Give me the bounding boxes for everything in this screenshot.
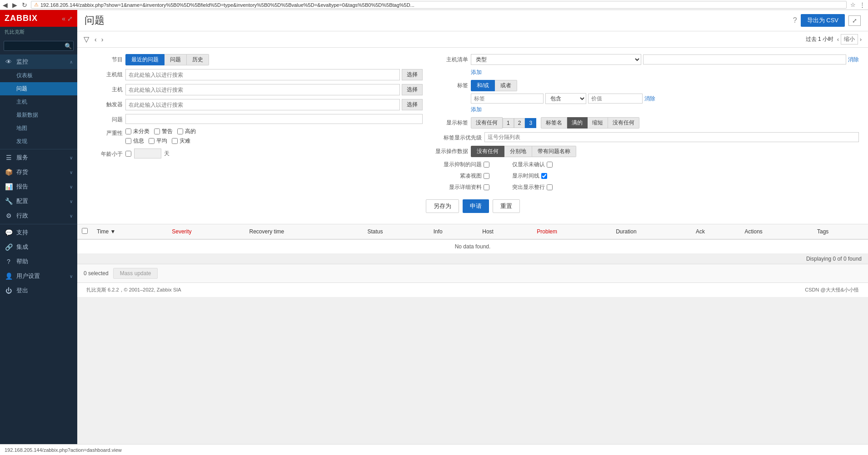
- sidebar-item-admin[interactable]: ⚙ 行政 ∨: [0, 208, 77, 223]
- highlight-checkbox[interactable]: [547, 184, 553, 190]
- sidebar-item-problems[interactable]: 问题: [0, 82, 77, 95]
- prev-page-button[interactable]: ‹: [93, 35, 99, 44]
- sidebar-item-inventory[interactable]: 📦 存货 ∨: [0, 165, 77, 179]
- severity-warning-cb[interactable]: [154, 129, 160, 134]
- sidebar-item-monitor[interactable]: 👁 监控 ∧: [0, 54, 77, 69]
- severity-unclassified-cb[interactable]: [125, 129, 131, 134]
- host-select-button[interactable]: 选择: [402, 84, 423, 95]
- menu-icon[interactable]: ⋮: [859, 1, 865, 8]
- expand-window-btn[interactable]: ⤢: [67, 15, 73, 22]
- sidebar-item-support[interactable]: 💬 支持: [0, 225, 77, 240]
- severity-average[interactable]: 平均: [149, 137, 167, 145]
- sidebar-item-integrations[interactable]: 🔗 集成: [0, 240, 77, 254]
- age-input[interactable]: 14: [134, 148, 161, 158]
- th-recovery-label: Recovery time: [249, 228, 284, 235]
- show-tags-none-btn[interactable]: 没有任何: [471, 117, 503, 129]
- age-checkbox[interactable]: [125, 151, 131, 157]
- sidebar-item-help[interactable]: ? 帮助: [0, 254, 77, 269]
- th-tags-label: Tags: [817, 228, 828, 235]
- forward-button[interactable]: ▶: [12, 1, 17, 9]
- page-help-icon[interactable]: ?: [793, 16, 797, 25]
- tab-recent[interactable]: 最近的问题: [125, 54, 165, 65]
- sidebar-item-reports[interactable]: 📊 报告 ∨: [0, 179, 77, 194]
- severity-info[interactable]: 信息: [125, 137, 144, 145]
- save-as-button[interactable]: 另存为: [426, 199, 459, 213]
- sidebar-item-maps[interactable]: 地图: [0, 122, 77, 135]
- show-tags-full-btn[interactable]: 满的: [567, 117, 588, 129]
- th-time[interactable]: Time ▼: [92, 224, 167, 239]
- reset-button[interactable]: 重置: [493, 199, 520, 213]
- sidebar-item-hosts[interactable]: 主机: [0, 95, 77, 109]
- timeline-group: 显示时间线: [512, 172, 547, 180]
- suppress-checkbox[interactable]: [484, 162, 489, 168]
- show-ops-with-name-btn[interactable]: 带有问题名称: [532, 146, 576, 157]
- fullscreen-button[interactable]: ⤢: [848, 15, 861, 26]
- time-next-button[interactable]: ›: [860, 36, 862, 43]
- tab-history[interactable]: 历史: [187, 54, 209, 65]
- severity-high[interactable]: 高的: [177, 128, 196, 135]
- only-unack-checkbox[interactable]: [547, 162, 553, 168]
- severity-disaster-cb[interactable]: [172, 138, 178, 144]
- host-list-select[interactable]: 类型: [471, 54, 641, 65]
- severity-info-cb[interactable]: [125, 138, 131, 144]
- trigger-select-button[interactable]: 选择: [402, 99, 423, 110]
- sidebar-item-latest-data[interactable]: 最新数据: [0, 109, 77, 122]
- search-input[interactable]: [4, 41, 74, 51]
- timeline-checkbox[interactable]: [541, 173, 547, 179]
- bookmark-icon[interactable]: ☆: [850, 1, 856, 8]
- sidebar-item-user-settings[interactable]: 👤 用户设置 ∨: [0, 269, 77, 283]
- severity-high-cb[interactable]: [177, 129, 183, 134]
- search-button[interactable]: 🔍: [65, 43, 72, 49]
- mass-update-button[interactable]: Mass update: [113, 268, 158, 279]
- back-button[interactable]: ◀: [3, 1, 8, 9]
- sidebar-item-logout[interactable]: ⏻ 登出: [0, 283, 77, 298]
- collapse-sidebar-btn[interactable]: «: [62, 15, 65, 22]
- host-list-value-input[interactable]: [643, 54, 846, 64]
- tag-priority-input[interactable]: [484, 132, 859, 142]
- tag-name-input[interactable]: [471, 94, 544, 104]
- show-ops-none-btn[interactable]: 没有任何: [471, 146, 504, 157]
- show-ops-separate-btn[interactable]: 分别地: [504, 146, 532, 157]
- sidebar-item-config[interactable]: 🔧 配置 ∨: [0, 194, 77, 208]
- sidebar-item-discovery[interactable]: 发现: [0, 135, 77, 148]
- th-duration-label: Duration: [616, 228, 636, 235]
- problem-input[interactable]: [125, 114, 423, 124]
- severity-unclassified[interactable]: 未分类: [125, 128, 150, 135]
- no-data-row: No data found.: [77, 239, 868, 254]
- show-tags-1-btn[interactable]: 1: [503, 118, 514, 128]
- tag-op-or-button[interactable]: 或者: [495, 80, 517, 91]
- severity-average-cb[interactable]: [149, 138, 155, 144]
- tag-clear-button[interactable]: 消除: [644, 95, 655, 103]
- sidebar-item-services[interactable]: ☰ 服务 ∨: [0, 150, 77, 165]
- time-prev-button[interactable]: ‹: [837, 36, 839, 43]
- export-csv-button[interactable]: 导出为 CSV: [801, 14, 845, 27]
- url-bar[interactable]: ⚠ 192.168.205.144/zabbix.php?show=1&name…: [31, 1, 847, 9]
- show-tags-none2-btn[interactable]: 没有任何: [608, 117, 639, 129]
- severity-disaster[interactable]: 灾难: [172, 137, 190, 145]
- filter-icon[interactable]: ▽: [84, 35, 89, 44]
- host-group-select-button[interactable]: 选择: [402, 69, 423, 80]
- show-tags-tagname-btn[interactable]: 标签名: [541, 117, 567, 129]
- severity-warning[interactable]: 警告: [154, 128, 173, 135]
- next-page-button[interactable]: ›: [100, 35, 105, 44]
- page-size-button[interactable]: 缩小: [841, 34, 858, 45]
- sidebar-item-dashboard[interactable]: 仪表板: [0, 69, 77, 82]
- tag-value-input[interactable]: [588, 94, 643, 104]
- host-list-add-button[interactable]: 添加: [471, 69, 482, 76]
- details-checkbox[interactable]: [484, 184, 489, 190]
- tag-add-button[interactable]: 添加: [471, 106, 482, 114]
- show-tags-short-btn[interactable]: 缩短: [588, 117, 608, 129]
- host-group-input[interactable]: [125, 69, 400, 80]
- refresh-button[interactable]: ↻: [22, 1, 27, 9]
- host-input[interactable]: [125, 84, 400, 95]
- tag-op-and-or-button[interactable]: 和/或: [471, 80, 495, 91]
- tab-problems[interactable]: 问题: [165, 54, 187, 65]
- host-list-clear-button[interactable]: 消除: [848, 56, 859, 64]
- show-tags-2-btn[interactable]: 2: [514, 118, 525, 128]
- apply-button[interactable]: 申请: [463, 199, 489, 213]
- select-all-checkbox[interactable]: [82, 228, 88, 234]
- compact-checkbox[interactable]: [484, 173, 489, 179]
- trigger-input[interactable]: [125, 99, 400, 110]
- tag-contains-select[interactable]: 包含: [545, 93, 586, 104]
- show-tags-3-btn[interactable]: 3: [525, 118, 536, 128]
